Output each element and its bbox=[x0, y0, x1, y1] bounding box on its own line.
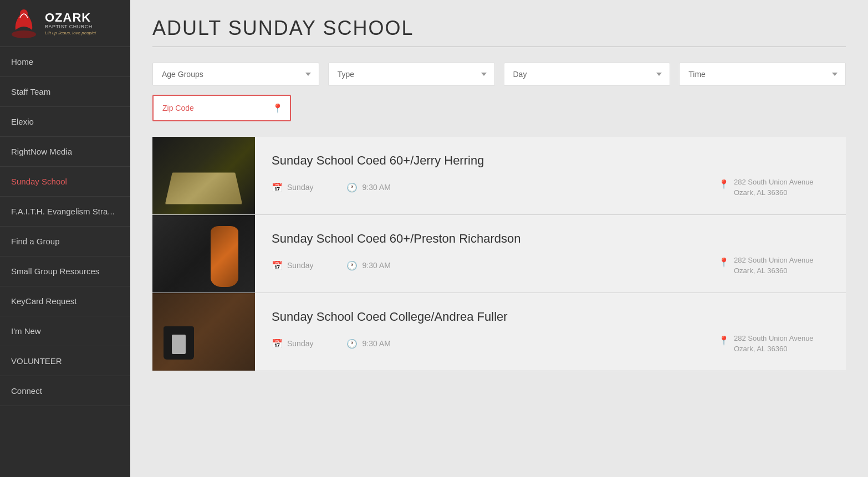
group-time-label: 9:30 AM bbox=[362, 261, 390, 270]
group-day-group-2: 📅Sunday bbox=[272, 260, 313, 271]
age-groups-filter[interactable]: Age GroupsChildrenYouthAdultSenior bbox=[152, 63, 319, 86]
clock-icon: 🕐 bbox=[346, 182, 358, 193]
group-card-group-1[interactable]: Sunday School Coed 60+/Jerry Herring📅Sun… bbox=[152, 137, 846, 215]
group-content-group-2: Sunday School Coed 60+/Preston Richardso… bbox=[255, 218, 846, 290]
group-name-group-3: Sunday School Coed College/Andrea Fuller bbox=[272, 310, 829, 324]
group-card-group-2[interactable]: Sunday School Coed 60+/Preston Richardso… bbox=[152, 215, 846, 293]
sidebar-item-home[interactable]: Home bbox=[0, 47, 130, 77]
group-name-group-1: Sunday School Coed 60+/Jerry Herring bbox=[272, 153, 829, 168]
sidebar-item-staff-team[interactable]: Staff Team bbox=[0, 77, 130, 107]
group-meta-group-2: 📅Sunday🕐9:30 AM📍282 South Union AvenueOz… bbox=[272, 255, 829, 276]
day-filter[interactable]: DaySundayMondayTuesdayWednesdayThursdayF… bbox=[504, 63, 671, 86]
group-day-group-3: 📅Sunday bbox=[272, 338, 313, 349]
sidebar-item-sunday-school[interactable]: Sunday School bbox=[0, 167, 130, 197]
nav-items: HomeStaff TeamElexioRightNow MediaSunday… bbox=[0, 47, 130, 406]
address-pin-icon: 📍 bbox=[718, 178, 729, 191]
group-image-group-2 bbox=[152, 215, 255, 293]
zip-row: 📍 bbox=[152, 95, 846, 121]
group-card-group-3[interactable]: Sunday School Coed College/Andrea Fuller… bbox=[152, 293, 846, 371]
group-address-text: 282 South Union AvenueOzark, AL 36360 bbox=[734, 255, 814, 276]
group-time-group-2: 🕐9:30 AM bbox=[346, 260, 390, 271]
calendar-icon: 📅 bbox=[272, 338, 283, 349]
logo-tagline: Lift up Jesus, love people! bbox=[45, 30, 96, 35]
sidebar-item-faith-evangelism[interactable]: F.A.I.T.H. Evangelism Stra... bbox=[0, 197, 130, 227]
group-meta-group-1: 📅Sunday🕐9:30 AM📍282 South Union AvenueOz… bbox=[272, 177, 829, 198]
group-address-text: 282 South Union AvenueOzark, AL 36360 bbox=[734, 333, 814, 355]
filters-row: Age GroupsChildrenYouthAdultSenior TypeC… bbox=[152, 63, 846, 86]
group-time-label: 9:30 AM bbox=[362, 183, 390, 192]
group-day-label: Sunday bbox=[287, 183, 313, 192]
type-filter[interactable]: TypeCoedMenWomen bbox=[328, 63, 495, 86]
group-content-group-1: Sunday School Coed 60+/Jerry Herring📅Sun… bbox=[255, 140, 846, 212]
clock-icon: 🕐 bbox=[346, 260, 358, 271]
group-time-group-3: 🕐9:30 AM bbox=[346, 338, 390, 349]
group-address-group-3: 📍282 South Union AvenueOzark, AL 36360 bbox=[718, 333, 829, 355]
group-time-label: 9:30 AM bbox=[362, 339, 390, 348]
group-address-text: 282 South Union AvenueOzark, AL 36360 bbox=[734, 177, 814, 198]
address-pin-icon: 📍 bbox=[718, 334, 729, 347]
group-image-group-3 bbox=[152, 293, 255, 371]
group-content-group-3: Sunday School Coed College/Andrea Fuller… bbox=[255, 296, 846, 368]
main-content: ADULT SUNDAY SCHOOL Age GroupsChildrenYo… bbox=[130, 0, 868, 477]
group-address-group-2: 📍282 South Union AvenueOzark, AL 36360 bbox=[718, 255, 829, 276]
sidebar-item-im-new[interactable]: I'm New bbox=[0, 316, 130, 346]
address-pin-icon: 📍 bbox=[718, 256, 729, 269]
sidebar-item-elexio[interactable]: Elexio bbox=[0, 107, 130, 137]
group-day-group-1: 📅Sunday bbox=[272, 182, 313, 193]
sidebar-item-find-a-group[interactable]: Find a Group bbox=[0, 227, 130, 257]
clock-icon: 🕐 bbox=[346, 338, 358, 349]
group-image-group-1 bbox=[152, 137, 255, 214]
zip-input-wrapper: 📍 bbox=[152, 95, 291, 121]
svg-point-0 bbox=[12, 30, 36, 38]
group-address-group-1: 📍282 South Union AvenueOzark, AL 36360 bbox=[718, 177, 829, 198]
logo-subtitle: BAPTIST CHURCH bbox=[45, 24, 96, 29]
group-name-group-2: Sunday School Coed 60+/Preston Richardso… bbox=[272, 232, 829, 246]
zip-input[interactable] bbox=[152, 95, 291, 121]
calendar-icon: 📅 bbox=[272, 182, 283, 193]
logo-title: OZARK bbox=[45, 12, 96, 24]
groups-list: Sunday School Coed 60+/Jerry Herring📅Sun… bbox=[152, 137, 846, 371]
sidebar-item-volunteer[interactable]: VOLUNTEER bbox=[0, 346, 130, 376]
title-divider bbox=[152, 47, 846, 47]
sidebar-item-small-group-resources[interactable]: Small Group Resources bbox=[0, 257, 130, 286]
group-day-label: Sunday bbox=[287, 261, 313, 270]
sidebar-item-keycard-request[interactable]: KeyCard Request bbox=[0, 286, 130, 316]
calendar-icon: 📅 bbox=[272, 260, 283, 271]
page-title: ADULT SUNDAY SCHOOL bbox=[152, 17, 846, 40]
sidebar-item-rightnow-media[interactable]: RightNow Media bbox=[0, 137, 130, 167]
group-meta-group-3: 📅Sunday🕐9:30 AM📍282 South Union AvenueOz… bbox=[272, 333, 829, 355]
time-filter[interactable]: TimeMorningAfternoonEvening bbox=[679, 63, 846, 86]
logo-area: OZARK BAPTIST CHURCH Lift up Jesus, love… bbox=[0, 0, 130, 47]
group-day-label: Sunday bbox=[287, 339, 313, 348]
sidebar: OZARK BAPTIST CHURCH Lift up Jesus, love… bbox=[0, 0, 130, 477]
group-time-group-1: 🕐9:30 AM bbox=[346, 182, 390, 193]
sidebar-item-connect[interactable]: Connect bbox=[0, 376, 130, 406]
church-logo-icon bbox=[9, 7, 39, 40]
location-icon: 📍 bbox=[272, 103, 283, 114]
